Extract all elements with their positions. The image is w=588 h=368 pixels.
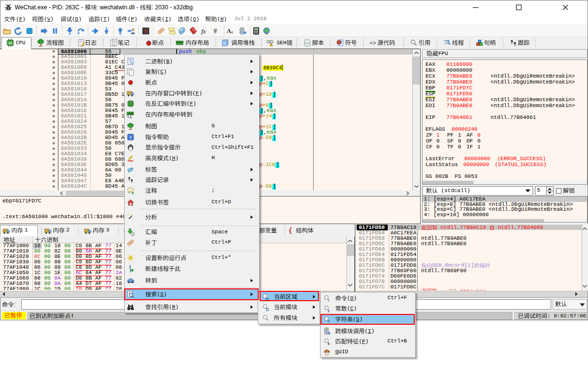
svg-text:fx: fx bbox=[201, 28, 206, 35]
svg-text:#: # bbox=[328, 310, 330, 313]
svg-text:<>: <> bbox=[305, 41, 309, 45]
svg-text:S: S bbox=[144, 28, 148, 35]
svg-text:*: * bbox=[267, 309, 268, 311]
svg-text:!: ! bbox=[271, 43, 272, 46]
svg-text:10: 10 bbox=[130, 61, 133, 64]
svg-text:?: ? bbox=[130, 135, 132, 140]
svg-text:*: * bbox=[267, 319, 268, 322]
svg-text:A: A bbox=[227, 28, 231, 34]
svg-text:>: > bbox=[328, 300, 329, 303]
svg-text:10: 10 bbox=[132, 234, 134, 236]
svg-text:32: 32 bbox=[8, 41, 12, 45]
svg-text:#: # bbox=[214, 28, 217, 35]
svg-text:z: z bbox=[231, 29, 233, 34]
svg-text:<>: <> bbox=[370, 40, 376, 46]
